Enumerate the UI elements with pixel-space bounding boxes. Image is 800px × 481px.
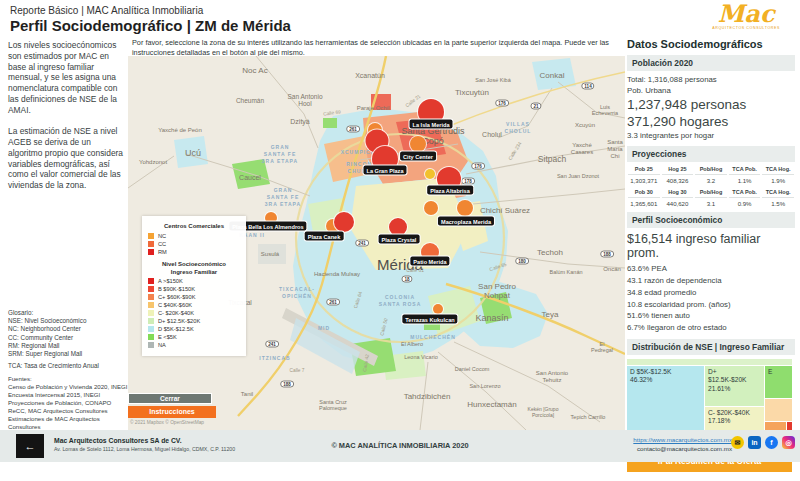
glossary-item: NSE: Nivel Socioeconómico <box>8 317 128 325</box>
profile-stat: 6.7% llegaron de otro estado <box>627 322 795 334</box>
source-item: Estimaciones de MAC Arquitectos Consulto… <box>8 415 130 431</box>
social-icon[interactable]: f <box>765 436 778 449</box>
mall-marker[interactable] <box>433 304 443 314</box>
map-attribution: © 2021 Mapbox © OpenStreetMap <box>130 420 204 425</box>
legend-swatch <box>148 249 154 255</box>
section-header-perfil: Perfil Socioeconómico <box>627 212 795 228</box>
projection-cell: TCA Hog. 1.9% <box>761 166 795 184</box>
legend-row: C- $20K-$40K <box>148 310 240 316</box>
legend-label: NA <box>158 342 166 348</box>
mall-marker[interactable] <box>410 136 426 152</box>
close-button[interactable]: Cerrar <box>128 393 212 404</box>
mall-marker[interactable] <box>425 169 435 179</box>
legend-row: B $90K-$150K <box>148 286 240 292</box>
legend-swatch <box>148 342 154 348</box>
mall-marker[interactable] <box>457 200 473 216</box>
legend-label: E <$5K <box>158 334 177 340</box>
treemap-label <box>765 399 792 403</box>
mall-marker[interactable] <box>334 212 354 232</box>
projection-value: 1,303,371 <box>628 175 660 184</box>
mall-label[interactable]: Terrazas Kukulcan <box>402 315 457 324</box>
legend-label: NC <box>158 233 166 239</box>
treemap-box[interactable]: D $5K-$12.5K 46.32% <box>627 366 704 439</box>
treemap-box[interactable]: E <box>765 366 792 398</box>
profile-stat: 10.8 escolaridad prom. (años) <box>627 299 795 311</box>
glossary-item: SRM: Super Regional Mall <box>8 350 128 358</box>
treemap-label <box>765 422 786 426</box>
map-canvas[interactable]: Noc AcXcanatúnCheumánSan Antonio HoolDzi… <box>128 56 625 430</box>
mall-label[interactable]: La Gran Plaza <box>364 166 407 175</box>
legend-swatch <box>148 286 154 292</box>
projection-value: 1.5% <box>762 198 794 207</box>
header: Reporte Básico | MAC Analítica Inmobilia… <box>10 5 291 34</box>
legend-swatch <box>148 294 154 300</box>
map-instruction: Por favor, seleccione la zona de su inte… <box>132 38 620 58</box>
projection-cell: Hog 25 408,326 <box>661 166 695 184</box>
route-shield: 188 <box>280 381 294 388</box>
legend-title-centros: Centros Comerciales <box>148 223 240 231</box>
population-total: Total: 1,316,088 personas <box>627 75 795 86</box>
legend-row: A >$150K <box>148 278 240 284</box>
projection-header: TCA Hog. <box>762 166 794 175</box>
projection-row-2030: Pob 30 1,365,601 Hog 30 440,620 Pob/Hog … <box>627 189 795 207</box>
glossary-item: CC: Community Center <box>8 334 128 342</box>
route-shield: 180 <box>515 258 529 265</box>
footer: ← Mac Arquitectos Consultores SA de CV. … <box>0 430 800 462</box>
mall-marker[interactable] <box>424 201 438 215</box>
legend-swatch <box>148 334 154 340</box>
website-link[interactable]: https://www.macarquitectos.com.mx <box>633 436 732 445</box>
treemap-label: D $5K-$12.5K 46.32% <box>627 366 704 387</box>
treemap-box[interactable] <box>765 399 792 421</box>
instructions-button[interactable]: Instrucciones <box>128 406 216 418</box>
route-shield: 188 <box>600 251 614 258</box>
profile-stat: 51.6% tienen auto <box>627 310 795 322</box>
glossary-title: Glosario: <box>8 309 128 317</box>
mall-label[interactable]: Plaza Crystal <box>379 235 420 244</box>
route-shield: 261 <box>346 126 360 133</box>
projection-value: 0.9% <box>729 198 761 207</box>
legend-label: D+ $12.5K-$20K <box>158 318 200 324</box>
source-item: Encuesta Intercensal 2015, INEGI <box>8 391 130 399</box>
projection-header: Pob/Hog <box>695 189 727 198</box>
social-icons: ✉inf◎ <box>727 436 795 449</box>
data-panel: Datos Sociodemográficos Población 2020 T… <box>627 38 795 472</box>
mall-label[interactable]: City Center <box>400 152 436 161</box>
legend-swatch <box>148 302 154 308</box>
projection-value: 440,620 <box>662 198 694 207</box>
treemap-label: E <box>765 366 792 379</box>
social-icon[interactable]: ◎ <box>782 436 795 449</box>
projection-header: TCA Pob. <box>729 166 761 175</box>
treemap-box[interactable] <box>787 422 792 430</box>
legend-row: NC <box>148 233 240 239</box>
legend-label: C+ $60K-$90K <box>158 294 195 300</box>
route-shield: 241 <box>355 240 369 247</box>
treemap-box[interactable]: D+ $12.5K-$20K 21.61% <box>705 366 764 406</box>
route-shield: 21 <box>530 103 541 110</box>
legend-row: RM <box>148 249 240 255</box>
glossary: Glosario: NSE: Nivel SocioeconómicoNC: N… <box>8 309 128 358</box>
section-header-poblacion: Población 2020 <box>627 55 795 71</box>
sources-title: Fuentes: <box>8 375 130 383</box>
mall-label[interactable]: Patio Merida <box>410 257 449 266</box>
route-shield: 114 <box>581 83 594 90</box>
profile-stat: 34.8 edad promedio <box>627 287 795 299</box>
legend-label: RM <box>158 249 167 255</box>
legend-label: CC <box>158 241 166 247</box>
mall-label[interactable]: Plaza Canek <box>305 232 344 241</box>
mall-label[interactable]: La Isla Merida <box>410 120 453 129</box>
projection-cell: Hog 30 440,620 <box>661 189 695 207</box>
source-item: Censo de Población y Vivienda 2020, INEG… <box>8 383 130 391</box>
projection-header: Hog 30 <box>662 189 694 198</box>
treemap-box[interactable] <box>627 359 792 365</box>
sources: Fuentes: Censo de Población y Vivienda 2… <box>8 375 130 430</box>
urban-population-value: 1,237,948 personas <box>627 97 795 114</box>
mall-label[interactable]: Macroplaza Merida <box>438 217 494 226</box>
projection-cell: Pob 25 1,303,371 <box>627 166 661 184</box>
mall-marker[interactable] <box>389 218 407 236</box>
mall-label[interactable]: Plaza Altabrisa <box>427 186 473 195</box>
social-icon[interactable]: in <box>748 436 761 449</box>
social-icon[interactable]: ✉ <box>731 436 744 449</box>
logo-wordmark: Mac <box>712 2 780 26</box>
projection-value: 408,326 <box>662 175 694 184</box>
treemap-label <box>787 422 793 426</box>
